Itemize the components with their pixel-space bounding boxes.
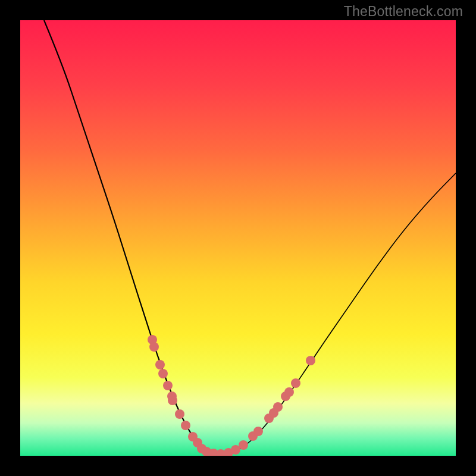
data-dot [253, 427, 263, 436]
data-dot [163, 381, 173, 390]
data-dot [168, 396, 177, 405]
data-dot [284, 387, 294, 397]
data-dot [291, 378, 300, 388]
data-dot [181, 421, 190, 430]
gradient-background [20, 20, 456, 456]
watermark-text: TheBottleneck.com [344, 4, 463, 20]
data-dot [158, 369, 168, 378]
data-dot [175, 409, 184, 419]
data-dot [306, 356, 315, 365]
data-dot [155, 360, 165, 369]
plot-svg [20, 20, 456, 456]
data-dot [273, 402, 283, 412]
data-dot [239, 440, 248, 450]
data-dot [149, 342, 159, 352]
plot-area [20, 20, 456, 456]
chart-frame: TheBottleneck.com [0, 0, 476, 476]
